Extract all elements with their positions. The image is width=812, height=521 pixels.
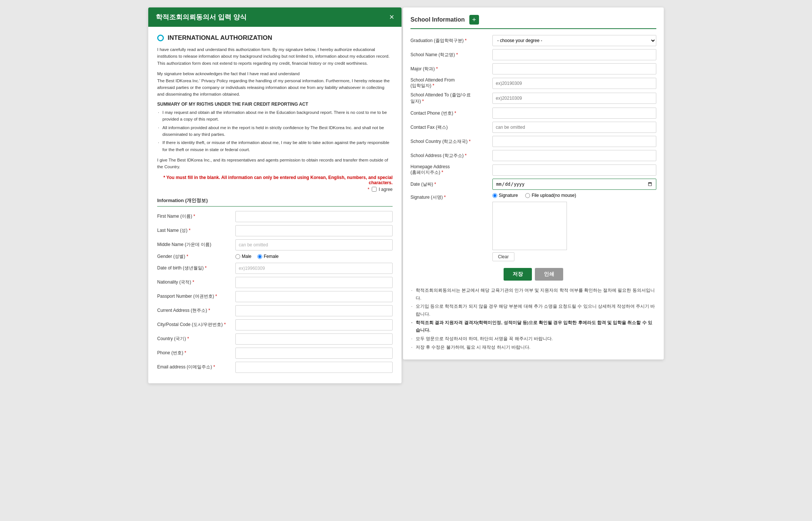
sig-radio-fileupload[interactable] bbox=[525, 193, 530, 198]
bullet-item-3: If there is identity theft, or misuse of… bbox=[157, 139, 393, 153]
country-input[interactable] bbox=[235, 333, 393, 345]
date-row: Date (날짜) * bbox=[410, 179, 656, 190]
contact-phone-row: Contact Phone (번호) * bbox=[410, 108, 656, 119]
gender-row: Gender (성별) * Male Female bbox=[157, 253, 393, 260]
first-name-input[interactable] bbox=[235, 211, 393, 222]
nationality-input[interactable] bbox=[235, 277, 393, 288]
middle-name-row: Middle Name (가운데 이름) bbox=[157, 239, 393, 250]
action-buttons: 저장 인쇄 bbox=[410, 268, 656, 281]
city-input[interactable] bbox=[235, 319, 393, 330]
notice-section: 학적조회의뢰동의서는 본교에서 해당 교육기관의 인가 여부 및 지원자의 학적… bbox=[410, 287, 656, 351]
left-title: 학적조회의뢰동의서 입력 양식 bbox=[156, 13, 247, 22]
middle-name-label: Middle Name (가운데 이름) bbox=[157, 242, 232, 248]
first-name-label: First Name (이름) * bbox=[157, 213, 232, 220]
auth-text-1: I have carefully read and understand thi… bbox=[157, 46, 393, 67]
left-panel: 학적조회의뢰동의서 입력 양식 × INTERNATIONAL AUTHORIZ… bbox=[148, 7, 402, 383]
gender-male-radio[interactable] bbox=[235, 254, 240, 259]
school-address-input[interactable] bbox=[492, 150, 656, 161]
section-heading: INTERNATIONAL AUTHORIZATION bbox=[168, 34, 272, 42]
address-label: Current Address (현주소) * bbox=[157, 307, 232, 314]
auth-text-2: My signature below acknowledges the fact… bbox=[157, 70, 393, 98]
attended-from-input[interactable] bbox=[492, 78, 656, 89]
contact-fax-label: Contact Fax (팩스) bbox=[410, 124, 489, 131]
left-content: INTERNATIONAL AUTHORIZATION I have caref… bbox=[148, 27, 402, 383]
school-country-row: School Country (학교소재국) * bbox=[410, 136, 656, 147]
email-row: Email address (이메일주소) * bbox=[157, 362, 393, 373]
sig-option-fileupload[interactable]: File upload(no mouse) bbox=[525, 193, 576, 198]
gender-radio-group: Male Female bbox=[235, 254, 279, 259]
contact-phone-label: Contact Phone (번호) * bbox=[410, 110, 489, 116]
section-title-row: INTERNATIONAL AUTHORIZATION bbox=[157, 34, 393, 42]
agree-checkbox[interactable] bbox=[372, 187, 377, 192]
bullet-item-2: All information provided about me in the… bbox=[157, 124, 393, 138]
dob-input[interactable] bbox=[235, 263, 393, 274]
school-country-input[interactable] bbox=[492, 136, 656, 147]
contact-fax-input[interactable] bbox=[492, 122, 656, 133]
notice-5: 저장 후 수정은 불가하며, 필요 시 재작성 하시기 바랍니다. bbox=[410, 343, 656, 351]
school-address-row: School Address (학교주소) * bbox=[410, 150, 656, 161]
address-input[interactable] bbox=[235, 305, 393, 316]
last-name-row: Last Name (성) * bbox=[157, 225, 393, 236]
contact-fax-row: Contact Fax (팩스) bbox=[410, 122, 656, 133]
gender-female-label[interactable]: Female bbox=[257, 254, 279, 259]
save-button[interactable]: 저장 bbox=[504, 268, 532, 281]
country-row: Country (국기) * bbox=[157, 333, 393, 345]
city-row: City/Postal Code (도시/우편번호) * bbox=[157, 319, 393, 330]
attended-from-row: School Attended From(입학일자) * bbox=[410, 77, 656, 89]
contact-phone-input[interactable] bbox=[492, 108, 656, 119]
agree-label: I agree bbox=[379, 187, 393, 192]
print-button[interactable]: 인쇄 bbox=[535, 268, 563, 281]
permission-text: I give The Best IDKorea Inc., and its re… bbox=[157, 157, 393, 170]
gender-male-label[interactable]: Male bbox=[235, 254, 251, 259]
graduation-select[interactable]: - choose your degree - bbox=[492, 35, 656, 46]
dob-row: Date of birth (생년월일) * bbox=[157, 263, 393, 274]
school-name-input[interactable] bbox=[492, 49, 656, 60]
school-info-header: School Information + bbox=[410, 15, 656, 29]
sig-radio-signature[interactable] bbox=[492, 193, 497, 198]
email-label: Email address (이메일주소) * bbox=[157, 364, 232, 370]
bullet-list: I may request and obtain all the informa… bbox=[157, 109, 393, 153]
address-row: Current Address (현주소) * bbox=[157, 305, 393, 316]
phone-input[interactable] bbox=[235, 348, 393, 359]
homepage-row: Homepage Address(홈페이지주소) * bbox=[410, 164, 656, 176]
close-button[interactable]: × bbox=[389, 13, 394, 21]
first-name-row: First Name (이름) * bbox=[157, 211, 393, 222]
school-country-label: School Country (학교소재국) * bbox=[410, 138, 489, 145]
signature-options: Signature File upload(no mouse) bbox=[492, 193, 576, 198]
passport-label: Passport Number (여권번호) * bbox=[157, 293, 232, 300]
email-input[interactable] bbox=[235, 362, 393, 373]
attended-to-label: School Attended To (졸업/수료일자) * bbox=[410, 92, 489, 105]
required-notice: * You must fill in the blank. All inform… bbox=[157, 175, 393, 185]
school-info-title: School Information bbox=[410, 16, 465, 23]
required-star: * bbox=[368, 187, 369, 192]
phone-label: Phone (번호) * bbox=[157, 350, 232, 356]
nationality-label: Nationality (국적) * bbox=[157, 279, 232, 285]
attended-to-row: School Attended To (졸업/수료일자) * bbox=[410, 92, 656, 105]
country-label: Country (국기) * bbox=[157, 336, 232, 342]
agree-row: * I agree bbox=[157, 187, 393, 192]
gender-female-radio[interactable] bbox=[257, 254, 262, 259]
signature-canvas[interactable] bbox=[492, 202, 567, 250]
clear-button[interactable]: Clear bbox=[492, 252, 514, 261]
signature-section: Signature (서명) * Signature File upload(n… bbox=[410, 193, 656, 261]
phone-row: Phone (번호) * bbox=[157, 348, 393, 359]
major-row: Major (학과) * bbox=[410, 63, 656, 74]
graduation-row: Graduation (졸업학력구분) * - choose your degr… bbox=[410, 35, 656, 46]
attended-to-input[interactable] bbox=[492, 93, 656, 104]
middle-name-input[interactable] bbox=[235, 239, 393, 250]
date-input[interactable] bbox=[492, 179, 656, 190]
passport-input[interactable] bbox=[235, 291, 393, 302]
last-name-input[interactable] bbox=[235, 225, 393, 236]
school-name-row: School Name (학교명) * bbox=[410, 49, 656, 60]
homepage-input[interactable] bbox=[492, 164, 656, 176]
notice-4: 모두 영문으로 작성하셔야 하며, 하단의 서명을 꼭 해주시기 바랍니다. bbox=[410, 335, 656, 343]
homepage-label: Homepage Address(홈페이지주소) * bbox=[410, 164, 489, 176]
date-label: Date (날짜) * bbox=[410, 181, 489, 188]
sig-option-signature[interactable]: Signature bbox=[492, 193, 518, 198]
major-input[interactable] bbox=[492, 63, 656, 74]
dob-label: Date of birth (생년월일) * bbox=[157, 265, 232, 271]
passport-row: Passport Number (여권번호) * bbox=[157, 291, 393, 302]
circle-icon bbox=[157, 35, 164, 41]
nationality-row: Nationality (국적) * bbox=[157, 277, 393, 288]
add-school-button[interactable]: + bbox=[469, 15, 479, 25]
